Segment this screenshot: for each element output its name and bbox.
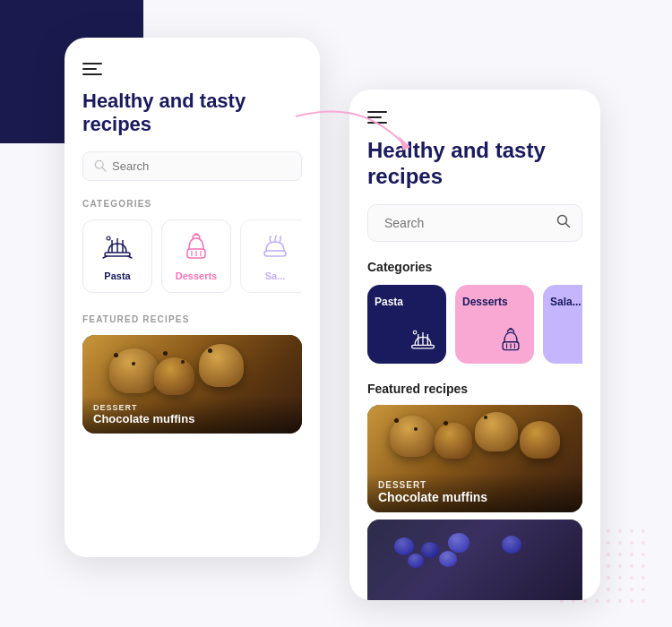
svg-rect-37	[618, 576, 622, 580]
svg-rect-23	[642, 553, 645, 556]
categories-row-left: Pasta Desserts	[82, 219, 302, 293]
svg-rect-39	[642, 576, 645, 580]
search-icon-left	[94, 159, 107, 172]
desserts-icon-right	[495, 326, 527, 355]
categories-label-right: Categories	[367, 260, 582, 274]
svg-rect-13	[618, 541, 622, 545]
featured-recipe-card-right-1[interactable]: DESSERT Chocolate muffins	[367, 405, 582, 512]
svg-rect-31	[642, 564, 645, 568]
category-salads-right[interactable]: Sala...	[543, 285, 582, 364]
category-pasta-right[interactable]: Pasta	[367, 285, 446, 364]
svg-rect-22	[630, 553, 633, 556]
svg-rect-47	[642, 588, 645, 591]
svg-line-58	[102, 167, 106, 171]
svg-rect-50	[583, 599, 587, 603]
svg-rect-44	[607, 588, 610, 591]
featured-recipe-card-right-2[interactable]	[367, 520, 582, 600]
svg-rect-36	[607, 576, 610, 580]
svg-rect-28	[607, 564, 610, 568]
recipe-category-right-1: DESSERT	[378, 480, 572, 490]
svg-line-70	[566, 223, 570, 227]
salads-icon-left	[257, 231, 293, 263]
svg-marker-56	[399, 136, 410, 150]
svg-rect-45	[618, 588, 622, 591]
category-salads-left[interactable]: Sa...	[240, 219, 302, 293]
recipe-overlay-right-1: DESSERT Chocolate muffins	[367, 473, 582, 512]
recipe-category-left: DESSERT	[93, 403, 291, 412]
transition-arrow	[278, 99, 439, 170]
search-icon-right[interactable]	[556, 214, 571, 232]
categories-row-right: Pasta Desserts	[367, 285, 582, 364]
desserts-label-left: Desserts	[176, 271, 217, 281]
svg-rect-14	[630, 541, 633, 545]
pasta-icon-right	[407, 326, 439, 355]
svg-rect-71	[412, 345, 435, 348]
svg-rect-12	[607, 541, 610, 545]
featured-recipe-card-left[interactable]: DESSERT Chocolate muffins	[82, 335, 302, 434]
svg-rect-20	[607, 553, 610, 556]
svg-rect-21	[618, 553, 622, 556]
svg-rect-55	[642, 599, 645, 603]
svg-rect-53	[618, 599, 622, 603]
app-title-left: Healthy and tasty recipes	[82, 90, 302, 137]
svg-point-75	[413, 331, 417, 334]
categories-label-left: CATEGORIES	[82, 199, 302, 209]
svg-rect-52	[607, 599, 610, 603]
desserts-icon-left	[178, 231, 214, 263]
pasta-icon-left	[99, 231, 135, 263]
search-bar-left[interactable]	[82, 151, 302, 181]
search-bar-right[interactable]	[367, 204, 582, 242]
pasta-label-left: Pasta	[104, 271, 130, 281]
svg-rect-4	[607, 529, 610, 533]
pasta-label-right: Pasta	[375, 296, 403, 308]
svg-rect-7	[642, 529, 645, 533]
search-input-left[interactable]	[112, 159, 290, 173]
desserts-label-right: Desserts	[462, 296, 508, 308]
recipe-name-right-1: Chocolate muffins	[378, 490, 572, 505]
search-input-right[interactable]	[384, 216, 556, 230]
svg-rect-6	[630, 529, 633, 533]
hamburger-menu-left[interactable]	[82, 63, 102, 75]
category-desserts-right[interactable]: Desserts	[455, 285, 534, 364]
recipe-overlay-left: DESSERT Chocolate muffins	[82, 396, 302, 434]
category-pasta-left[interactable]: Pasta	[82, 219, 152, 293]
svg-rect-15	[642, 541, 645, 545]
svg-rect-54	[630, 599, 633, 603]
salads-label-left: Sa...	[265, 271, 286, 281]
svg-rect-29	[618, 564, 622, 568]
svg-rect-51	[595, 599, 599, 603]
svg-rect-59	[105, 253, 130, 256]
svg-rect-38	[630, 576, 633, 580]
featured-label-right: Featured recipes	[367, 382, 582, 396]
salads-label-right: Sala...	[550, 296, 582, 308]
recipe-name-left: Chocolate muffins	[93, 412, 291, 426]
svg-point-63	[107, 236, 110, 240]
category-desserts-left[interactable]: Desserts	[161, 219, 231, 293]
svg-rect-46	[630, 588, 633, 591]
svg-rect-68	[264, 251, 286, 256]
featured-label-left: FEATURED RECIPES	[82, 314, 302, 324]
svg-rect-5	[618, 529, 622, 533]
svg-rect-30	[630, 564, 633, 568]
